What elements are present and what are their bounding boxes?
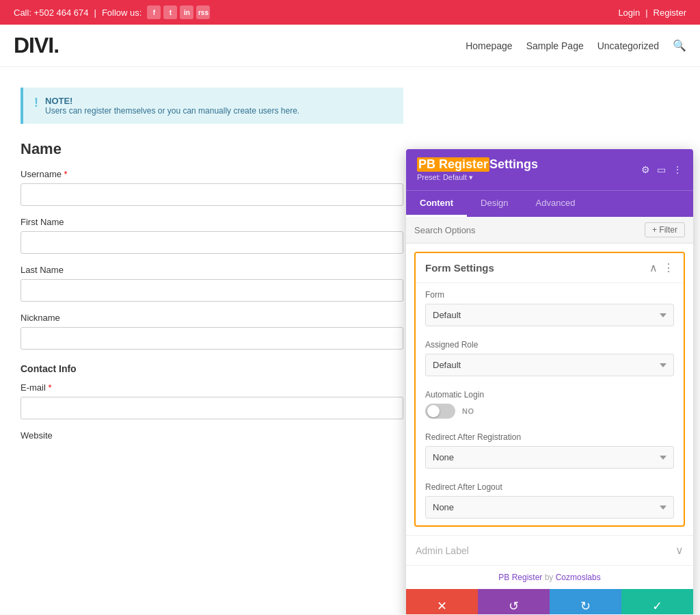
email-group: E-mail * (21, 382, 403, 419)
separator: | (94, 8, 96, 18)
admin-label-chevron: ∨ (675, 544, 684, 557)
redirect-reg-label: Redirect After Registration (425, 432, 674, 442)
panel-preset[interactable]: Preset: Default ▾ (417, 173, 538, 182)
redo-button[interactable]: ↻ (550, 589, 621, 614)
automatic-login-toggle[interactable] (425, 404, 455, 419)
nav-links: Homepage Sample Page Uncategorized 🔍 (466, 39, 686, 52)
firstname-label: First Name (21, 217, 403, 227)
admin-label-text: Admin Label (416, 545, 469, 556)
note-box: ! NOTE! Users can register themselves or… (21, 88, 403, 124)
contact-section-title: Contact Info (21, 363, 403, 374)
panel-header: PB Register Settings Preset: Default ▾ ⚙… (406, 149, 693, 190)
automatic-login-label: Automatic Login (425, 390, 674, 400)
redirect-logout-label: Redirect After Logout (425, 482, 674, 492)
main-nav: DIVI. Homepage Sample Page Uncategorized… (0, 25, 700, 67)
follow-text: Follow us: (102, 8, 142, 18)
lastname-group: Last Name (21, 265, 403, 302)
section-header: Form Settings ∧ ⋮ (416, 253, 684, 283)
username-input[interactable] (21, 183, 403, 206)
toggle-row: NO (425, 404, 674, 419)
required-marker: * (64, 169, 68, 179)
username-group: Username * (21, 169, 403, 206)
form-label: Form (425, 290, 674, 300)
panel-expand-icon[interactable]: ▭ (657, 164, 666, 175)
note-content: NOTE! Users can register themselves or y… (45, 96, 299, 116)
nav-homepage[interactable]: Homepage (466, 40, 513, 51)
website-group: Website (21, 430, 403, 441)
filter-button[interactable]: + Filter (645, 222, 685, 237)
credit-author-link[interactable]: Cozmoslabs (556, 573, 601, 582)
credit-separator: by (542, 573, 555, 582)
assigned-role-select[interactable]: Default (425, 354, 674, 376)
panel-controls: ⚙ ▭ ⋮ (641, 164, 682, 175)
panel-title-rest: Settings (489, 157, 538, 172)
redirect-logout-select[interactable]: None (425, 496, 674, 519)
panel-title-highlight: PB Register (417, 157, 489, 172)
social-icons: f t in rss (147, 5, 210, 19)
search-icon[interactable]: 🔍 (673, 39, 686, 52)
email-label: E-mail * (21, 382, 403, 393)
tab-design[interactable]: Design (467, 191, 522, 217)
tab-content[interactable]: Content (406, 191, 467, 217)
lastname-input[interactable] (21, 279, 403, 302)
note-text: Users can register themselves or you can… (45, 106, 299, 116)
undo-button[interactable]: ↺ (478, 589, 550, 614)
facebook-icon[interactable]: f (147, 5, 161, 19)
firstname-input[interactable] (21, 231, 403, 254)
cancel-button[interactable]: ✕ (406, 589, 478, 614)
settings-panel: PB Register Settings Preset: Default ▾ ⚙… (406, 149, 693, 614)
action-bar: ✕ ↺ ↻ ✓ (406, 589, 693, 614)
nickname-group: Nickname (21, 313, 403, 350)
panel-more-icon[interactable]: ⋮ (673, 164, 682, 175)
form-select[interactable]: Default (425, 304, 674, 326)
separator2: | (645, 8, 647, 18)
top-bar-left: Call: +502 464 674 | Follow us: f t in r… (14, 5, 210, 19)
nickname-input[interactable] (21, 327, 403, 350)
section-menu-button[interactable]: ⋮ (663, 261, 674, 274)
username-label: Username * (21, 169, 403, 179)
toggle-knob (427, 405, 440, 417)
panel-search-bar: + Filter (406, 217, 693, 244)
redirect-reg-select[interactable]: None (425, 446, 674, 469)
save-button[interactable]: ✓ (621, 589, 693, 614)
collapse-button[interactable]: ∧ (649, 261, 658, 274)
redirect-logout-group: Redirect After Logout None (416, 475, 684, 525)
panel-title-wrapper: PB Register Settings Preset: Default ▾ (417, 157, 538, 182)
page-content: ! NOTE! Users can register themselves or… (0, 67, 700, 614)
search-options-input[interactable] (414, 225, 645, 235)
automatic-login-group: Automatic Login NO (416, 383, 684, 426)
note-title: NOTE! (45, 96, 299, 106)
tab-advanced[interactable]: Advanced (522, 191, 589, 217)
firstname-group: First Name (21, 217, 403, 254)
form-field-group: Form Default (416, 283, 684, 333)
twitter-icon[interactable]: t (163, 5, 177, 19)
register-link[interactable]: Register (654, 8, 686, 18)
site-logo[interactable]: DIVI. (14, 33, 59, 58)
top-bar-right: Login | Register (618, 8, 686, 18)
lastname-label: Last Name (21, 265, 403, 275)
nav-sample[interactable]: Sample Page (526, 40, 584, 51)
note-icon: ! (34, 96, 38, 110)
admin-label-section[interactable]: Admin Label ∨ (406, 535, 693, 565)
form-section-title: Name (21, 140, 403, 158)
panel-settings-icon[interactable]: ⚙ (641, 164, 650, 175)
form-settings-section: Form Settings ∧ ⋮ Form Default Assigned … (414, 252, 685, 527)
nav-uncategorized[interactable]: Uncategorized (597, 40, 659, 51)
section-controls: ∧ ⋮ (649, 261, 674, 274)
credit-plugin-link[interactable]: PB Register (498, 573, 542, 582)
redirect-reg-group: Redirect After Registration None (416, 426, 684, 475)
instagram-icon[interactable]: in (180, 5, 193, 19)
assigned-role-group: Assigned Role Default (416, 333, 684, 383)
panel-tabs: Content Design Advanced (406, 190, 693, 217)
required-marker2: * (48, 382, 51, 393)
rss-icon[interactable]: rss (196, 5, 210, 19)
panel-credit: PB Register by Cozmoslabs (406, 565, 693, 589)
panel-title: PB Register Settings (417, 157, 538, 172)
website-label: Website (21, 430, 403, 441)
phone-text: Call: +502 464 674 (14, 8, 89, 18)
section-title: Form Settings (425, 262, 494, 274)
assigned-role-label: Assigned Role (425, 340, 674, 350)
login-link[interactable]: Login (618, 8, 640, 18)
email-input[interactable] (21, 397, 403, 419)
registration-form: Name Username * First Name Last Name Nic… (21, 140, 403, 441)
